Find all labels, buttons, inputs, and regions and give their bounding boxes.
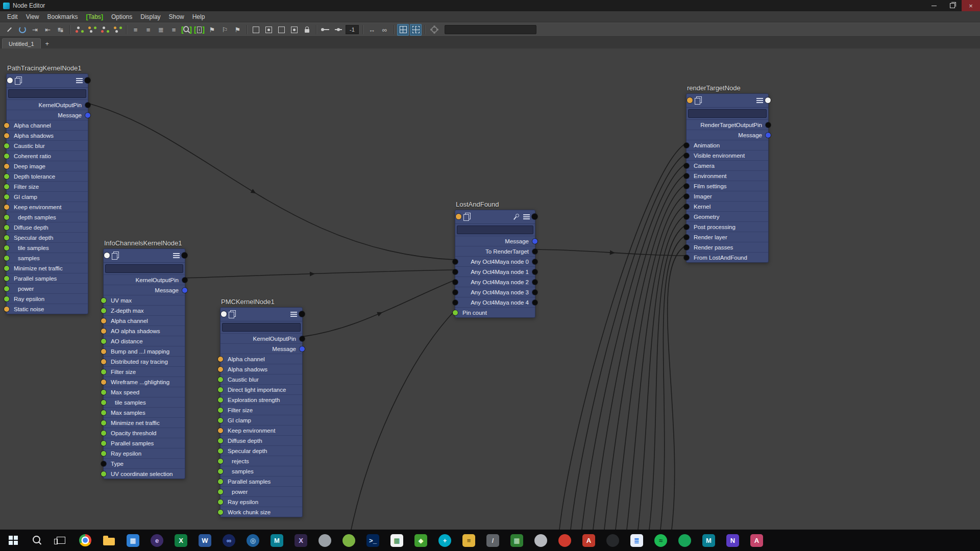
app-grid-blue-icon[interactable]: ▦ — [121, 530, 145, 551]
input-port[interactable] — [4, 296, 9, 302]
align-middle-button[interactable]: ≡ — [142, 24, 154, 36]
row-type[interactable]: Type — [104, 458, 185, 468]
add-node-button[interactable] — [4, 24, 15, 36]
docker-wheel-icon[interactable]: + — [433, 530, 457, 551]
row-rejects[interactable]: rejects — [220, 456, 302, 466]
row-diffuse-depth[interactable]: Diffuse depth — [220, 435, 302, 445]
row-film-settings[interactable]: Film settings — [687, 181, 768, 191]
output-port[interactable] — [532, 269, 537, 274]
row-wireframe-ghlighting[interactable]: Wireframe ...ghlighting — [104, 377, 185, 387]
restore-button[interactable] — [943, 0, 962, 11]
app-table-icon[interactable]: ▦ — [385, 530, 409, 551]
row-message[interactable]: Message — [220, 343, 302, 354]
word-icon[interactable]: W — [193, 530, 217, 551]
add-tab-button[interactable]: + — [41, 39, 54, 48]
distribute-button[interactable]: ≡ — [168, 24, 180, 36]
node-rename-field[interactable] — [222, 323, 301, 332]
eclipse-icon[interactable]: e — [145, 530, 169, 551]
output-port[interactable] — [300, 346, 305, 352]
menu-tabs[interactable]: [Tabs] — [82, 11, 107, 22]
input-port[interactable] — [218, 367, 223, 372]
app-pink-icon[interactable]: A — [745, 530, 769, 551]
frame-selected-button[interactable]: [] — [193, 24, 205, 36]
app-purple-icon[interactable]: N — [721, 530, 745, 551]
input-port[interactable] — [218, 408, 223, 413]
node-infochannelskernelnode1[interactable]: KernelOutputPinMessageUV maxZ-depth maxA… — [103, 248, 185, 479]
node-rendertargetnode[interactable]: RenderTargetOutputPinMessageAnimationVis… — [686, 93, 769, 263]
traversal-depth-value[interactable]: -1 — [346, 25, 359, 34]
output-port[interactable] — [532, 290, 537, 295]
row-alpha-shadows[interactable]: Alpha shadows — [7, 130, 88, 140]
row-kerneloutputpin[interactable]: KernelOutputPin — [220, 333, 302, 343]
app-x-dark-icon[interactable]: X — [289, 530, 313, 551]
node-menu-icon[interactable] — [173, 253, 180, 258]
output-port[interactable] — [532, 300, 537, 305]
row-parallel-samples[interactable]: Parallel samples — [104, 438, 185, 448]
row-from-lostandfound[interactable]: From LostAndFound — [687, 252, 768, 262]
app-lime-icon[interactable] — [337, 530, 361, 551]
row-static-noise[interactable]: Static noise — [7, 304, 88, 314]
input-port[interactable] — [218, 510, 223, 515]
input-port[interactable] — [4, 307, 9, 312]
row-ao-distance[interactable]: AO distance — [104, 336, 185, 346]
node-lostandfound[interactable]: MessageTo RenderTargetAny Oct4Maya node … — [455, 210, 535, 318]
app-doc-icon[interactable]: ≣ — [625, 530, 649, 551]
spread-nodes-button[interactable]: ↔ — [366, 24, 378, 36]
app-globe-icon[interactable]: ◎ — [241, 530, 265, 551]
input-port[interactable] — [4, 154, 9, 159]
row-camera[interactable]: Camera — [687, 160, 768, 170]
menu-edit[interactable]: Edit — [3, 11, 22, 22]
row-direct-light-importance[interactable]: Direct light importance — [220, 384, 302, 394]
row-caustic-blur[interactable]: Caustic blur — [7, 140, 88, 151]
row-opacity-threshold[interactable]: Opacity threshold — [104, 428, 185, 438]
input-port[interactable] — [101, 359, 106, 364]
row-keep-environment[interactable]: Keep environment — [7, 202, 88, 212]
header-state-dot[interactable] — [7, 78, 13, 83]
input-port[interactable] — [4, 215, 9, 220]
input-port[interactable] — [4, 205, 9, 210]
input-port[interactable] — [453, 300, 458, 305]
row-any-oct4maya-node-3[interactable]: Any Oct4Maya node 3 — [455, 287, 535, 297]
output-port[interactable] — [532, 280, 537, 285]
layout-graph-1-button[interactable] — [73, 24, 85, 36]
autodesk-icon[interactable]: A — [577, 530, 601, 551]
menu-display[interactable]: Display — [136, 11, 164, 22]
input-port[interactable] — [684, 245, 689, 250]
row-animation[interactable]: Animation — [687, 140, 768, 150]
row-any-oct4maya-node-1[interactable]: Any Oct4Maya node 1 — [455, 266, 535, 277]
refresh-button[interactable] — [16, 24, 28, 36]
row-render-layer[interactable]: Render layer — [687, 232, 768, 242]
show-outputs-button[interactable]: ⇤ — [42, 24, 54, 36]
input-port[interactable] — [218, 479, 223, 484]
input-port[interactable] — [684, 214, 689, 219]
output-port[interactable] — [85, 103, 90, 108]
layout-graph-3-button[interactable] — [99, 24, 110, 36]
task-view-icon[interactable] — [49, 530, 73, 551]
row-alpha-channel[interactable]: Alpha channel — [7, 120, 88, 130]
powershell-icon[interactable]: >_ — [361, 530, 385, 551]
input-port[interactable] — [453, 269, 458, 274]
input-port[interactable] — [4, 194, 9, 199]
layout-graph-2-button[interactable] — [86, 24, 97, 36]
pin-spacing-large-button[interactable] — [332, 24, 344, 36]
row-post-processing[interactable]: Post processing — [687, 221, 768, 232]
row-specular-depth[interactable]: Specular depth — [220, 445, 302, 456]
input-port[interactable] — [4, 256, 9, 261]
output-port[interactable] — [300, 336, 305, 341]
row-message[interactable]: Message — [104, 285, 185, 295]
input-port[interactable] — [684, 153, 689, 158]
row-alpha-channel[interactable]: Alpha channel — [220, 354, 302, 364]
input-port[interactable] — [101, 461, 106, 466]
file-explorer-icon[interactable] — [97, 530, 121, 551]
menu-options[interactable]: Options — [107, 11, 136, 22]
input-port[interactable] — [101, 410, 106, 415]
bookmark-next-button[interactable]: ⚑ — [232, 24, 243, 36]
row-any-oct4maya-node-0[interactable]: Any Oct4Maya node 0 — [455, 256, 535, 266]
node-menu-icon[interactable] — [290, 312, 297, 317]
input-port[interactable] — [218, 418, 223, 423]
bookmark-prev-button[interactable]: ⚐ — [219, 24, 231, 36]
row-ao-alpha-shadows[interactable]: AO alpha shadows — [104, 325, 185, 336]
input-port[interactable] — [4, 133, 9, 138]
header-state-dot[interactable] — [687, 97, 693, 103]
bookmark-create-button[interactable]: ⚑ — [206, 24, 218, 36]
